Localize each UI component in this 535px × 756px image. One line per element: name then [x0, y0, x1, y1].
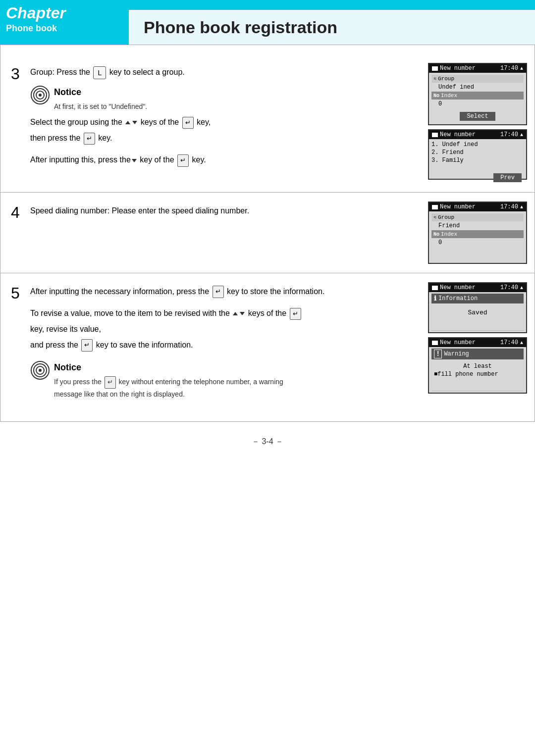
step-4-content: Speed dialing number: Please enter the s… [30, 202, 428, 264]
step-5-number: 5 [0, 282, 30, 403]
group-label-4a: Group [438, 214, 454, 220]
warning-label-5b: Warning [444, 351, 469, 357]
notice-block-3: Notice At first, it is set to "Undefined… [30, 85, 419, 112]
step3-line4: then press the ↵ key. [30, 132, 419, 145]
signal-icon-3a [432, 66, 438, 71]
device-screen-5b: New number 17:40 ▲ ! Warning At least ■f… [428, 337, 527, 394]
step4-line1: Speed dialing number: Please enter the s… [30, 204, 419, 217]
screen-3b-body: 1. Undef ined 2. Friend 3. Family Prev [429, 139, 526, 179]
signal-icon-3b [432, 133, 438, 137]
svg-point-3 [39, 94, 42, 97]
tri-up-icon-5 [233, 312, 238, 315]
main-content: 3 Group: Press the L key to select a gro… [0, 45, 535, 422]
device-screen-4a: New number 17:40 ▲ ≈ Group Friend No Ind… [428, 202, 527, 264]
screen-5b-body: ! Warning At least ■fill phone number [429, 347, 526, 393]
step5-line3: key, revise its value, [30, 323, 419, 336]
prev-btn-3b: Prev [493, 173, 522, 182]
screen-5a-body: ℹ Information Saved [429, 292, 526, 332]
notice-text-5: If you press the ↵ key without entering … [54, 376, 283, 400]
notice-icon-3 [30, 85, 50, 105]
fill-phone-text-5b: ■fill phone number [431, 370, 524, 378]
warning-icon-5b: ! [434, 350, 442, 358]
screen-4a-time: 17:40 [500, 203, 518, 210]
screen-4a-group-val: Friend [431, 222, 524, 230]
screen-4a-body: ≈ Group Friend No Index 0 [429, 211, 526, 263]
notice-label-5: Notice [54, 360, 280, 375]
step-5-screens: New number 17:40 ▲ ℹ Information Saved [428, 282, 535, 403]
notice-inner-5: Notice If you press the ↵ key without en… [54, 360, 283, 400]
screen-5a-title: New number [440, 284, 500, 291]
step-3-screens: New number 17:40 ▲ ≈ Group Undef ined No… [428, 63, 535, 183]
screen-3a-group-section: ≈ Group [431, 75, 524, 83]
screen-4a-index-section: No Index [431, 230, 524, 238]
step-3-number: 3 [0, 63, 30, 183]
index-label-4a: Index [441, 231, 457, 237]
enter-key-notice: ↵ [105, 376, 116, 389]
group-icon-3a: ≈ [433, 76, 436, 82]
svg-point-7 [39, 369, 42, 372]
screen-5a: New number 17:40 ▲ ℹ Information Saved [428, 282, 527, 333]
device-screen-5a: New number 17:40 ▲ ℹ Information Saved [428, 282, 527, 333]
enter-key-5a: ↵ [213, 286, 224, 298]
notice-label-3: Notice [54, 85, 144, 100]
spacer-5b3 [431, 387, 524, 391]
enter-key-3: ↵ [177, 154, 189, 167]
tri-down-icon-2 [132, 159, 137, 162]
screen-3b-row1: 1. Undef ined [431, 141, 524, 149]
step5-line1: After inputting the necessary informatio… [30, 285, 419, 298]
screen-3a: New number 17:40 ▲ ≈ Group Undef ined No… [428, 63, 527, 125]
step5-line2: To revise a value, move to the item to b… [30, 307, 419, 320]
scroll-up-3b: ▲ [520, 132, 523, 138]
screen-4a-spacer [431, 247, 524, 261]
step-4-number: 4 [0, 202, 30, 264]
key-l: L [93, 66, 106, 79]
select-btn-3a: Select [460, 112, 495, 121]
notice-block-5: Notice If you press the ↵ key without en… [30, 360, 419, 400]
group-icon-4a: ≈ [433, 215, 436, 220]
screen-3b-row2: 2. Friend [431, 149, 524, 156]
screen-5b-time: 17:40 [500, 339, 518, 346]
notice-inner-3: Notice At first, it is set to "Undefined… [54, 85, 147, 112]
step-4-screens: New number 17:40 ▲ ≈ Group Friend No Ind… [428, 202, 535, 264]
enter-key-1: ↵ [182, 117, 194, 129]
step-4-row: 4 Speed dialing number: Please enter the… [0, 193, 535, 273]
spacer-5a3 [431, 327, 524, 331]
screen-5a-time: 17:40 [500, 284, 518, 291]
screen-3b-row3: 3. Family [431, 156, 524, 164]
notice-text-3: At first, it is set to "Undefined". [54, 101, 147, 112]
screen-3a-group-val: Undef ined [431, 83, 524, 91]
screen-3a-title: New number [440, 65, 500, 72]
screen-3b-prev-area: Prev [431, 164, 524, 172]
signal-icon-5b [432, 341, 438, 345]
signal-icon-4a [432, 205, 438, 209]
index-icon-3a: No [433, 93, 439, 99]
screen-5a-titlebar: New number 17:40 ▲ [429, 283, 526, 292]
screen-3a-index-val: 0 [431, 100, 524, 108]
chapter-sub: Phone book [6, 23, 123, 34]
scroll-up-5a: ▲ [520, 285, 523, 291]
step3-line1: Group: Press the L key to select a group… [30, 66, 419, 79]
signal-icon-5a [432, 286, 438, 290]
device-screen-3a: New number 17:40 ▲ ≈ Group Undef ined No… [428, 63, 527, 125]
tri-up-icon [125, 121, 130, 124]
index-label-3a: Index [441, 93, 457, 99]
title-block: Phone book registration [129, 10, 535, 45]
scroll-up-5b: ▲ [520, 340, 523, 346]
chapter-label: Chapter [6, 4, 123, 22]
at-least-text-5b: At least [431, 362, 524, 370]
scroll-up-3a: ▲ [520, 66, 523, 71]
index-icon-4a: No [433, 232, 439, 237]
step-5-content: After inputting the necessary informatio… [30, 282, 428, 403]
screen-5b-titlebar: New number 17:40 ▲ [429, 338, 526, 347]
screen-3a-select-area: Select [431, 108, 524, 123]
screen-4a-title: New number [440, 203, 500, 210]
tri-down-icon [132, 121, 137, 124]
notice-icon-5 [30, 360, 50, 380]
enter-key-2: ↵ [84, 133, 95, 145]
step-5-row: 5 After inputting the necessary informat… [0, 273, 535, 412]
group-label-3a: Group [438, 76, 454, 82]
screen-4a-group-section: ≈ Group [431, 213, 524, 221]
screen-3b-titlebar: New number 17:40 ▲ [429, 130, 526, 139]
screen-4a: New number 17:40 ▲ ≈ Group Friend No Ind… [428, 202, 527, 264]
screen-3a-body: ≈ Group Undef ined No Index 0 Select [429, 73, 526, 124]
